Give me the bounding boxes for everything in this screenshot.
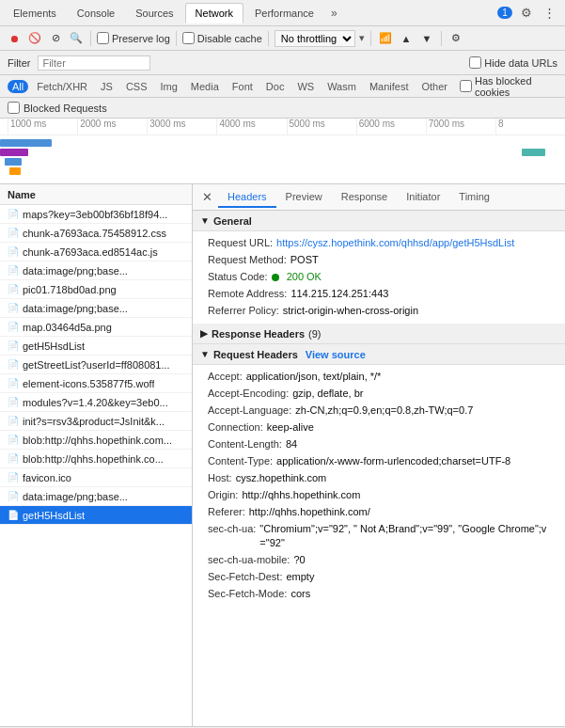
tick-8000: 8	[495, 119, 565, 135]
file-icon-9: 📄	[8, 378, 19, 388]
sec-ch-ua-value: "Chromium";v="92", " Not A;Brand";v="99"…	[259, 522, 550, 551]
more-vert-icon[interactable]: ⋮	[541, 5, 557, 22]
disable-cache-label[interactable]: Disable cache	[182, 32, 262, 44]
toolbar-separator-3	[268, 31, 269, 46]
general-section-title: General	[213, 215, 252, 227]
import-icon[interactable]: ▲	[398, 30, 415, 47]
response-headers-section-header[interactable]: ▶ Response Headers (9)	[193, 324, 565, 344]
file-item-7[interactable]: 📄getH5HsdList	[0, 337, 192, 356]
status-dot	[272, 274, 279, 281]
file-item-15[interactable]: 📄data:image/png;base...	[0, 487, 192, 506]
detail-tab-timing[interactable]: Timing	[449, 187, 499, 208]
file-name-15: data:image/png;base...	[23, 491, 128, 502]
wifi-icon[interactable]: 📶	[377, 30, 394, 47]
prop-row-remote-address: Remote Address: 114.215.124.251:443	[193, 286, 565, 303]
type-btn-fetch-xhr[interactable]: Fetch/XHR	[32, 80, 92, 93]
detail-tab-headers[interactable]: Headers	[218, 187, 276, 208]
clear-button[interactable]: 🚫	[26, 30, 43, 47]
type-btn-media[interactable]: Media	[186, 80, 224, 93]
file-item-8[interactable]: 📄getStreetList?userId=ff808081...	[0, 356, 192, 374]
type-btn-manifest[interactable]: Manifest	[365, 80, 414, 93]
file-item-10[interactable]: 📄modules?v=1.4.20&key=3eb0...	[0, 393, 192, 412]
type-btn-ws[interactable]: WS	[292, 80, 319, 93]
file-item-16[interactable]: 📄getH5HsdList	[0, 506, 192, 525]
response-headers-arrow: ▶	[200, 328, 208, 339]
request-headers-arrow: ▼	[200, 349, 210, 359]
type-btn-wasm[interactable]: Wasm	[322, 80, 361, 93]
type-btn-doc[interactable]: Doc	[261, 80, 290, 93]
preserve-log-label[interactable]: Preserve log	[97, 32, 170, 44]
tab-icon-area: 1 ⚙ ⋮	[497, 5, 561, 22]
tab-sources[interactable]: Sources	[126, 4, 182, 23]
sec-fetch-mode-value: cors	[290, 587, 310, 602]
prop-value-referrer-policy: strict-origin-when-cross-origin	[283, 304, 418, 319]
filter-icon-button[interactable]: ⊘	[47, 30, 64, 47]
filter-bar: Filter Hide data URLs	[0, 51, 565, 75]
hide-data-urls-checkbox[interactable]	[469, 56, 481, 69]
tab-performance[interactable]: Performance	[245, 4, 323, 23]
file-item-1[interactable]: 📄chunk-a7693aca.75458912.css	[0, 224, 192, 243]
request-headers-section-header[interactable]: ▼ Request Headers View source	[193, 344, 565, 365]
record-button[interactable]: ⏺	[6, 30, 23, 47]
hide-data-urls-label[interactable]: Hide data URLs	[469, 56, 557, 69]
blocked-requests-row: Blocked Requests	[0, 98, 565, 119]
file-item-2[interactable]: 📄chunk-a7693aca.ed8514ac.js	[0, 243, 192, 261]
tick-6000: 6000 ms	[356, 119, 426, 135]
timeline-ruler: 1000 ms 2000 ms 3000 ms 4000 ms 5000 ms …	[0, 119, 565, 135]
detail-tab-preview[interactable]: Preview	[276, 187, 332, 208]
file-icon-12: 📄	[8, 435, 19, 445]
file-item-6[interactable]: 📄map.03464d5a.png	[0, 318, 192, 337]
tab-more-button[interactable]: »	[325, 3, 343, 24]
file-item-0[interactable]: 📄maps?key=3eb00bf36bf18f94...	[0, 205, 192, 224]
type-btn-img[interactable]: Img	[156, 80, 182, 93]
file-item-9[interactable]: 📄element-icons.535877f5.woff	[0, 374, 192, 393]
detail-tab-response[interactable]: Response	[332, 187, 398, 208]
prop-name-referrer-policy: Referrer Policy:	[208, 304, 279, 319]
tick-1000: 1000 ms	[8, 119, 77, 135]
file-item-14[interactable]: 📄favicon.ico	[0, 468, 192, 487]
file-item-13[interactable]: 📄blob:http://qhhs.hopethink.co...	[0, 450, 192, 468]
settings-icon[interactable]: ⚙	[518, 5, 535, 22]
view-source-link[interactable]: View source	[306, 349, 366, 360]
file-name-1: chunk-a7693aca.75458912.css	[23, 228, 166, 239]
blocked-requests-checkbox[interactable]	[8, 102, 20, 114]
prop-accept-language: Accept-Language: zh-CN,zh;q=0.9,en;q=0.8…	[193, 403, 565, 419]
file-name-4: pic01.718bd0ad.png	[23, 284, 117, 295]
preserve-log-checkbox[interactable]	[97, 32, 109, 44]
file-item-3[interactable]: 📄data:image/png;base...	[0, 261, 192, 280]
type-btn-js[interactable]: JS	[96, 80, 118, 93]
detail-close-button[interactable]: ✕	[196, 188, 218, 206]
has-blocked-cookies-label[interactable]: Has blocked cookies	[460, 75, 557, 98]
type-btn-font[interactable]: Font	[228, 80, 258, 93]
export-icon[interactable]: ▼	[418, 30, 435, 47]
has-blocked-cookies-checkbox[interactable]	[460, 80, 472, 92]
prop-name-request-method: Request Method:	[208, 253, 287, 268]
file-name-13: blob:http://qhhs.hopethink.co...	[23, 453, 164, 465]
filter-input[interactable]	[38, 55, 150, 71]
file-item-11[interactable]: 📄init?s=rsv3&product=JsInit&k...	[0, 412, 192, 431]
sec-fetch-dest-name: Sec-Fetch-Dest:	[208, 570, 282, 585]
main-content-area: Name 📄maps?key=3eb00bf36bf18f94...📄chunk…	[0, 184, 565, 726]
file-item-4[interactable]: 📄pic01.718bd0ad.png	[0, 280, 192, 299]
file-item-5[interactable]: 📄data:image/png;base...	[0, 299, 192, 318]
file-item-12[interactable]: 📄blob:http://qhhs.hopethink.com...	[0, 431, 192, 450]
prop-accept: Accept: application/json, text/plain, */…	[193, 369, 565, 386]
tab-console[interactable]: Console	[68, 4, 124, 23]
type-btn-all[interactable]: All	[8, 80, 28, 93]
accept-value: application/json, text/plain, */*	[246, 370, 382, 385]
type-btn-css[interactable]: CSS	[121, 80, 152, 93]
detail-tab-initiator[interactable]: Initiator	[397, 187, 449, 208]
referer-name: Referer:	[208, 505, 245, 520]
search-icon-button[interactable]: 🔍	[68, 30, 85, 47]
toolbar-settings-icon[interactable]: ⚙	[447, 30, 464, 47]
throttle-select[interactable]: No throttling Slow 3G Fast 3G Offline	[275, 30, 355, 47]
detail-tabs: ✕ Headers Preview Response Initiator Tim…	[193, 184, 565, 211]
tab-elements[interactable]: Elements	[4, 4, 66, 23]
disable-cache-checkbox[interactable]	[182, 32, 195, 44]
general-section-header[interactable]: ▼ General	[193, 211, 565, 231]
filter-label: Filter	[8, 57, 30, 69]
tab-network[interactable]: Network	[185, 3, 243, 24]
type-btn-other[interactable]: Other	[416, 80, 452, 93]
timeline-bar-2	[5, 158, 22, 166]
file-name-9: element-icons.535877f5.woff	[23, 378, 154, 389]
